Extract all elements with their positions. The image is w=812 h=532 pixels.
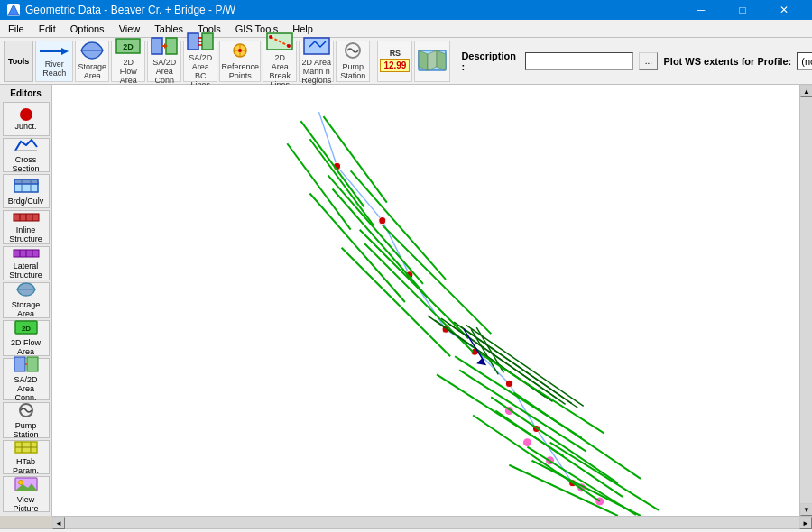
sa-2d-area-bc-lines-icon	[186, 32, 215, 53]
2d-area-break-lines-icon	[265, 32, 294, 53]
junct-label: Junct.	[14, 122, 36, 131]
window-controls: ─ □ ✕	[680, 0, 805, 20]
description-label: Description :	[461, 50, 520, 72]
plot-ws-select[interactable]: (none)	[797, 52, 812, 70]
storage-area-button[interactable]: StorageArea	[75, 41, 109, 82]
map-button[interactable]	[414, 41, 450, 82]
title-bar-left: Geometric Data - Beaver Cr. + Bridge - P…	[7, 4, 235, 16]
svg-rect-23	[304, 38, 329, 54]
pump-station-toolbar-button[interactable]: PumpStation	[336, 41, 370, 82]
window-title: Geometric Data - Beaver Cr. + Bridge - P…	[25, 4, 235, 16]
scroll-track-h[interactable]	[65, 517, 799, 528]
vertical-scrollbar[interactable]: ▲ ▼	[799, 85, 812, 516]
svg-rect-45	[14, 357, 25, 371]
sidebar-cross-section-button[interactable]: CrossSection	[3, 138, 50, 172]
scroll-right-button[interactable]: ►	[799, 517, 812, 529]
canvas-area: ▲ ▼	[52, 85, 812, 516]
2d-area-mann-n-regions-label: 2D AreaMann nRegions	[301, 59, 331, 86]
scroll-down-button[interactable]: ▼	[800, 503, 812, 516]
description-area: Description : ... Plot WS extents for Pr…	[461, 50, 812, 72]
sidebar-pump-station-icon	[15, 402, 37, 420]
maximize-button[interactable]: □	[722, 0, 763, 20]
svg-point-62	[505, 380, 512, 387]
storage-area-icon	[78, 41, 106, 62]
sidebar-htab-param-button[interactable]: HTab Param.	[3, 440, 50, 474]
svg-rect-6	[152, 38, 162, 54]
2d-flow-area-button[interactable]: 2D 2D FlowArea	[111, 41, 145, 82]
2d-flow-area-label: 2D FlowArea	[114, 59, 143, 86]
sidebar-pump-station-button[interactable]: PumpStation	[3, 402, 50, 438]
svg-point-18	[238, 49, 242, 52]
2d-flow-area-icon: 2D	[114, 36, 143, 58]
reference-points-label: ReferencePoints	[222, 63, 260, 81]
reference-points-icon	[226, 41, 254, 62]
2d-area-mann-n-regions-button[interactable]: 2D AreaMann nRegions	[299, 41, 334, 82]
storage-area-label: StorageArea	[78, 63, 107, 81]
sidebar-storage-area-button[interactable]: StorageArea	[3, 282, 50, 318]
svg-point-58	[379, 217, 386, 225]
scroll-left-button[interactable]: ◄	[52, 517, 65, 529]
river-reach-icon	[38, 43, 70, 60]
sidebar-inline-structure-button[interactable]: InlineStructure	[3, 210, 50, 244]
2d-area-mann-n-regions-icon	[302, 36, 331, 58]
lateral-structure-label: LateralStructure	[9, 261, 42, 280]
status-bar: 0.0692, 1.0800	[0, 528, 812, 532]
sidebar-pump-station-label: PumpStation	[13, 421, 38, 439]
brdg-culv-label: Brdg/Culv	[8, 197, 44, 206]
menu-view[interactable]: View	[113, 21, 147, 37]
scroll-track-v[interactable]	[800, 97, 812, 503]
description-browse-button[interactable]: ...	[639, 52, 658, 70]
toolbar: Tools RiverReach StorageArea 2D 2	[0, 38, 812, 85]
svg-marker-28	[437, 50, 446, 70]
close-button[interactable]: ✕	[763, 0, 805, 20]
pump-station-toolbar-label: PumpStation	[340, 63, 365, 81]
svg-rect-11	[202, 33, 213, 50]
title-bar: Geometric Data - Beaver Cr. + Bridge - P…	[0, 0, 812, 20]
svg-point-22	[287, 44, 291, 48]
minimize-button[interactable]: ─	[680, 0, 722, 20]
river-reach-button[interactable]: RiverReach	[35, 41, 73, 82]
cross-section-icon	[14, 138, 39, 154]
reference-points-button[interactable]: ReferencePoints	[219, 41, 261, 82]
lateral-structure-icon	[13, 248, 40, 261]
sidebar-2d-flow-area-label: 2D FlowArea	[11, 338, 41, 356]
main-canvas[interactable]	[52, 85, 812, 516]
menu-edit[interactable]: Edit	[32, 21, 62, 37]
rs-value: 12.99	[380, 59, 410, 72]
svg-point-54	[18, 480, 23, 484]
main-layout: Editors Junct. CrossSection	[0, 85, 812, 516]
sidebar-view-picture-button[interactable]: View Picture	[3, 476, 50, 512]
sidebar-storage-area-icon	[14, 281, 39, 299]
sidebar-storage-area-label: StorageArea	[12, 300, 41, 318]
sidebar-lateral-structure-button[interactable]: LateralStructure	[3, 246, 50, 280]
sa-2d-area-bc-lines-button[interactable]: SA/2D AreaBC Lines	[183, 41, 217, 82]
sidebar-junct-button[interactable]: Junct.	[3, 102, 50, 136]
sidebar-sa-2d-conn-button[interactable]: SA/2D AreaConn.	[3, 358, 50, 401]
pump-station-icon	[338, 41, 367, 62]
sidebar-2d-flow-icon: 2D	[14, 319, 39, 337]
sa-2d-area-conn-button[interactable]: SA/2D AreaConn	[147, 41, 181, 82]
svg-text:2D: 2D	[21, 325, 30, 333]
description-input[interactable]	[525, 52, 633, 70]
junct-icon	[20, 108, 32, 121]
svg-marker-2	[61, 48, 69, 55]
tools-group: Tools	[4, 41, 33, 82]
2d-area-break-lines-button[interactable]: 2D AreaBreak Lines	[263, 41, 297, 82]
tools-label: Tools	[8, 57, 29, 66]
sidebar-sa-2d-conn-label: SA/2D AreaConn.	[5, 375, 47, 402]
river-reach-label: RiverReach	[42, 60, 66, 78]
rs-label: RS	[390, 50, 401, 59]
sidebar-brdg-culv-button[interactable]: Brdg/Culv	[3, 174, 50, 208]
sidebar: Editors Junct. CrossSection	[0, 85, 52, 516]
sidebar-2d-flow-area-button[interactable]: 2D 2D FlowArea	[3, 320, 50, 356]
brdg-culv-icon	[13, 178, 40, 196]
cross-section-label: CrossSection	[12, 155, 39, 173]
menu-bar: File Edit Options View Tables Tools GIS …	[0, 20, 812, 38]
rs-display[interactable]: RS 12.99	[377, 41, 412, 82]
view-picture-label: View Picture	[5, 495, 47, 513]
menu-file[interactable]: File	[2, 21, 31, 37]
scroll-up-button[interactable]: ▲	[800, 85, 812, 97]
menu-tables[interactable]: Tables	[148, 21, 189, 37]
app-icon	[7, 4, 20, 16]
menu-options[interactable]: Options	[64, 21, 111, 37]
